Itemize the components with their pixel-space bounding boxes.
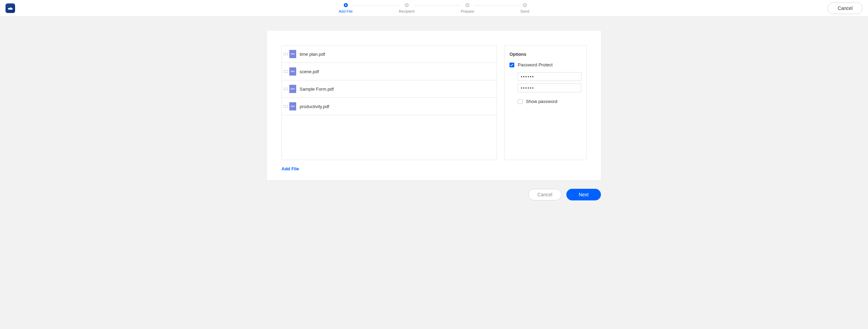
step-label: Send [520,9,529,13]
next-button[interactable]: Next [566,189,601,200]
step-circle [405,3,409,7]
password-protect-label: Password Protect [518,62,553,67]
cancel-button[interactable]: Cancel [528,189,562,200]
app-header: Add File Recipient Prepare Send Cancel [0,0,868,16]
app-logo [5,3,15,13]
file-row[interactable]: PDF productivity.pdf [282,98,496,115]
step-circle [523,3,527,7]
card-body: PDF time plan.pdf PDF scene.pdf [281,45,587,171]
pdf-file-icon: PDF [289,50,296,58]
file-name-label: productivity.pdf [300,104,329,109]
drag-handle-icon[interactable] [283,51,288,57]
password-fields [510,72,581,95]
step-connector [415,5,461,5]
options-title: Options [510,52,581,57]
password-confirm-input[interactable] [518,83,581,92]
drag-handle-icon[interactable] [283,85,288,92]
content-card: PDF time plan.pdf PDF scene.pdf [267,31,601,180]
step-send: Send [520,3,529,13]
step-connector [353,5,399,5]
cancel-button-header[interactable]: Cancel [828,2,863,14]
footer-buttons: Cancel Next [267,189,601,200]
step-prepare: Prepare [461,3,474,13]
show-password-option: Show password [510,99,581,104]
password-protect-option: Password Protect [510,62,581,67]
cloud-icon [7,6,13,10]
pdf-file-icon: PDF [289,67,296,76]
step-label: Prepare [461,9,474,13]
file-row[interactable]: PDF Sample Form.pdf [282,80,496,98]
file-name-label: scene.pdf [300,69,319,74]
step-recipient: Recipient [399,3,415,13]
step-add-file: Add File [339,3,352,13]
file-list: PDF time plan.pdf PDF scene.pdf [281,45,497,160]
file-name-label: Sample Form.pdf [300,87,334,92]
options-panel: Options Password Protect Show passwo [504,45,587,160]
pdf-file-icon: PDF [289,102,296,110]
step-label: Recipient [399,9,415,13]
step-circle-active [344,3,348,7]
file-section: PDF time plan.pdf PDF scene.pdf [281,45,497,171]
show-password-label: Show password [526,99,557,104]
password-protect-checkbox[interactable] [510,63,514,67]
progress-stepper: Add File Recipient Prepare Send [339,3,529,13]
pdf-file-icon: PDF [289,85,296,93]
step-label: Add File [339,9,352,13]
file-name-label: time plan.pdf [300,52,325,57]
drag-handle-icon[interactable] [283,103,288,110]
file-row[interactable]: PDF scene.pdf [282,63,496,80]
add-file-button[interactable]: Add File [281,166,299,171]
show-password-checkbox[interactable] [518,99,523,104]
password-input[interactable] [518,72,581,81]
step-connector [474,5,520,5]
main-content: PDF time plan.pdf PDF scene.pdf [0,16,868,200]
drag-handle-icon[interactable] [283,68,288,75]
check-icon [510,64,514,66]
file-row[interactable]: PDF time plan.pdf [282,45,496,63]
step-circle [465,3,469,7]
